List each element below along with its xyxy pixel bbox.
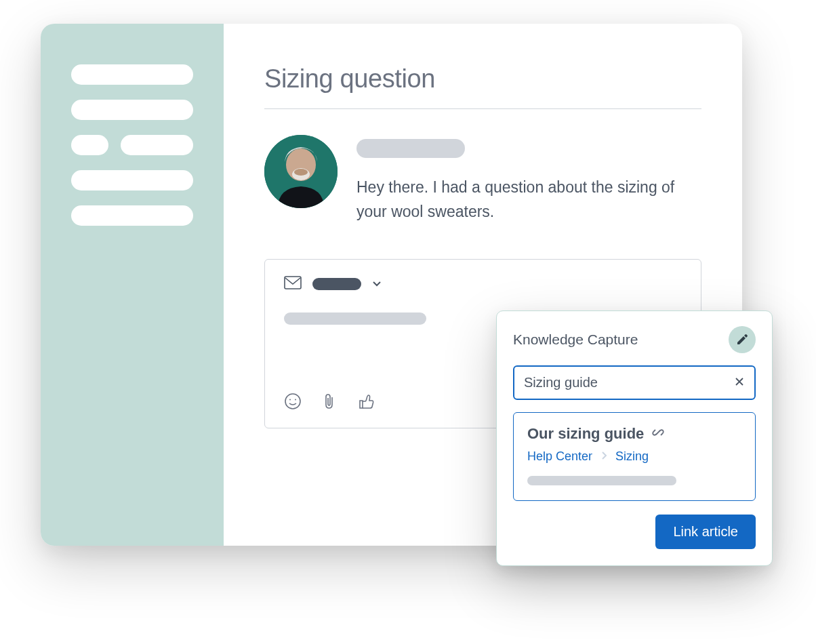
kc-breadcrumb: Help Center Sizing [527,449,741,464]
reply-type-selector[interactable] [312,278,361,290]
edit-button[interactable] [729,326,756,353]
mail-icon [284,276,302,292]
sidebar-item[interactable] [121,135,193,155]
kc-search-input[interactable]: Sizing guide [513,365,756,400]
sidebar [41,24,224,546]
breadcrumb-root[interactable]: Help Center [527,449,592,464]
chevron-right-icon [600,449,607,464]
avatar[interactable] [264,135,338,208]
sidebar-item[interactable] [71,205,193,226]
svg-point-3 [294,169,308,176]
ticket-title: Sizing question [264,64,701,94]
chevron-down-icon[interactable] [372,278,382,290]
link-icon[interactable] [651,425,666,443]
svg-point-6 [289,399,291,401]
knowledge-capture-panel: Knowledge Capture Sizing guide Our sizin… [496,310,773,566]
knowledge-capture-title: Knowledge Capture [513,331,638,348]
sidebar-item[interactable] [71,170,193,190]
sidebar-item[interactable] [71,135,108,155]
thumbs-up-icon[interactable] [357,393,375,413]
kc-search-value: Sizing guide [524,375,598,390]
reply-placeholder [284,313,426,325]
svg-point-7 [295,399,296,401]
customer-name-placeholder [356,139,465,158]
kc-result-title: Our sizing guide [527,425,644,443]
svg-rect-4 [285,277,301,289]
divider [264,108,701,109]
sidebar-item[interactable] [71,64,193,85]
emoji-icon[interactable] [284,393,302,413]
svg-point-5 [285,394,300,409]
attachment-icon[interactable] [322,393,337,413]
link-article-button[interactable]: Link article [655,515,756,549]
message-text: Hey there. I had a question about the si… [356,176,701,224]
customer-message: Hey there. I had a question about the si… [264,135,701,224]
breadcrumb-leaf[interactable]: Sizing [615,449,649,464]
sidebar-item[interactable] [71,100,193,120]
close-icon[interactable] [734,376,745,390]
kc-result-excerpt-placeholder [527,476,676,485]
kc-result-card[interactable]: Our sizing guide Help Center Sizing [513,412,756,501]
